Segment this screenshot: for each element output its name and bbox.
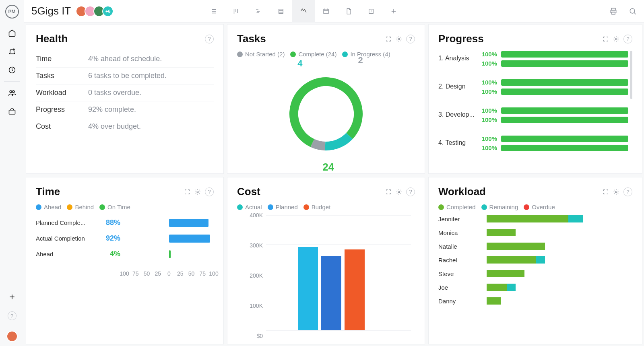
progress-group: 4. Testing100%100%	[438, 135, 628, 154]
gear-icon[interactable]	[396, 35, 402, 43]
legend-label: Budget	[312, 204, 331, 210]
axis-tick: 50	[144, 270, 150, 277]
axis-tick: 100	[209, 270, 218, 277]
workload-rows: Jennifer Monica Natalie Rachel Steve Joe…	[438, 215, 632, 336]
help-icon[interactable]: ?	[8, 311, 17, 320]
svg-point-17	[197, 191, 198, 193]
help-icon[interactable]: ?	[623, 35, 632, 43]
progress-pct: 100%	[479, 60, 497, 67]
search-icon[interactable]	[629, 7, 637, 15]
legend-dot	[481, 204, 487, 210]
axis-tick: 25	[177, 270, 184, 277]
home-icon[interactable]	[8, 29, 16, 37]
gear-icon[interactable]	[396, 187, 402, 196]
workload-name: Joe	[438, 284, 487, 291]
print-icon[interactable]	[609, 7, 617, 15]
legend-item: Completed	[438, 204, 476, 210]
view-sheet[interactable]	[270, 0, 292, 23]
progress-row: 100%	[479, 116, 628, 123]
expand-icon[interactable]	[184, 187, 190, 196]
workload-row: Jennifer	[438, 215, 632, 222]
view-add[interactable]	[382, 0, 405, 23]
expand-icon[interactable]	[385, 35, 392, 43]
help-icon[interactable]: ?	[406, 35, 415, 43]
workload-completed	[487, 284, 507, 291]
view-file[interactable]	[337, 0, 360, 23]
health-label: Tasks	[36, 72, 88, 80]
progress-bar	[501, 136, 628, 142]
help-icon[interactable]: ?	[406, 187, 415, 196]
time-bar-track	[124, 219, 214, 227]
legend-item: In Progress (4)	[342, 51, 390, 58]
view-board[interactable]	[225, 0, 247, 23]
axis-tick: 25	[155, 270, 161, 277]
view-list[interactable]	[202, 0, 225, 23]
legend-dot	[342, 51, 348, 57]
legend-item: Behind	[67, 204, 94, 210]
app-logo[interactable]: PM	[5, 5, 19, 19]
workload-remaining	[536, 256, 545, 264]
expand-icon[interactable]	[385, 187, 392, 196]
clock-icon[interactable]	[8, 66, 16, 74]
cost-axis-label: $0	[256, 333, 263, 339]
time-bar	[169, 250, 171, 258]
workload-track	[487, 256, 632, 264]
gear-icon[interactable]	[613, 187, 619, 196]
progress-row: 100%	[479, 88, 628, 95]
cost-axis-label: 100K	[250, 303, 263, 309]
progress-group-title: 1. Analysis	[438, 55, 479, 62]
add-icon[interactable]	[8, 293, 16, 301]
view-gantt[interactable]	[247, 0, 270, 23]
progress-group: 2. Design100%100%	[438, 79, 628, 97]
legend-dot	[290, 51, 296, 57]
time-row-value: 92%	[100, 234, 120, 243]
workload-track	[487, 243, 632, 250]
topbar-actions	[609, 7, 637, 15]
view-dashboard[interactable]	[292, 0, 315, 23]
time-axis: 1007550250255075100	[124, 270, 214, 278]
project-title: 5Gigs IT	[31, 5, 71, 17]
legend-label: Actual	[245, 204, 262, 210]
cost-bar-planned	[321, 256, 341, 330]
workload-name: Danny	[438, 298, 487, 305]
people-icon[interactable]	[8, 89, 16, 97]
legend-dot	[303, 204, 309, 210]
time-row-label: Planned Comple...	[36, 219, 100, 226]
expand-icon[interactable]	[603, 187, 609, 196]
progress-row: 100%	[479, 135, 628, 142]
tasks-donut: 2 4 24	[237, 62, 415, 165]
scrollbar[interactable]	[630, 51, 632, 99]
workload-row: Steve	[438, 270, 632, 277]
view-calendar[interactable]	[315, 0, 337, 23]
gear-icon[interactable]	[194, 187, 201, 196]
workload-track	[487, 297, 632, 305]
gear-icon[interactable]	[613, 35, 619, 43]
time-row-value: 88%	[100, 218, 120, 227]
expand-icon[interactable]	[603, 35, 609, 43]
topbar: 5Gigs IT +6	[24, 0, 644, 23]
progress-group-title: 3. Develop...	[438, 111, 479, 118]
workload-completed	[487, 297, 501, 305]
svg-rect-4	[9, 110, 15, 114]
workload-completed	[487, 256, 536, 264]
legend-item: Actual	[237, 204, 262, 210]
panel-cost: Cost ? ActualPlannedBudget 400K300K200K1…	[227, 177, 425, 344]
bell-icon[interactable]	[8, 47, 16, 56]
project-avatars[interactable]: +6	[78, 6, 114, 17]
health-value: 0 tasks overdue.	[88, 89, 141, 97]
progress-body: 1. Analysis100%100%2. Design100%100%3. D…	[438, 51, 632, 165]
cost-gridline	[266, 215, 411, 216]
donut-value-inprogress: 4	[297, 58, 302, 69]
current-user-avatar[interactable]	[6, 331, 18, 342]
health-value: 6 tasks to be completed.	[88, 72, 167, 80]
progress-bar	[501, 51, 628, 58]
view-issue[interactable]	[360, 0, 382, 23]
help-icon[interactable]: ?	[623, 187, 632, 196]
progress-pct: 100%	[479, 116, 497, 123]
briefcase-icon[interactable]	[8, 107, 16, 115]
help-icon[interactable]: ?	[205, 187, 214, 196]
avatar-more[interactable]: +6	[102, 6, 114, 17]
legend-dot	[268, 204, 273, 210]
svg-point-2	[10, 91, 12, 93]
help-icon[interactable]: ?	[205, 35, 214, 43]
